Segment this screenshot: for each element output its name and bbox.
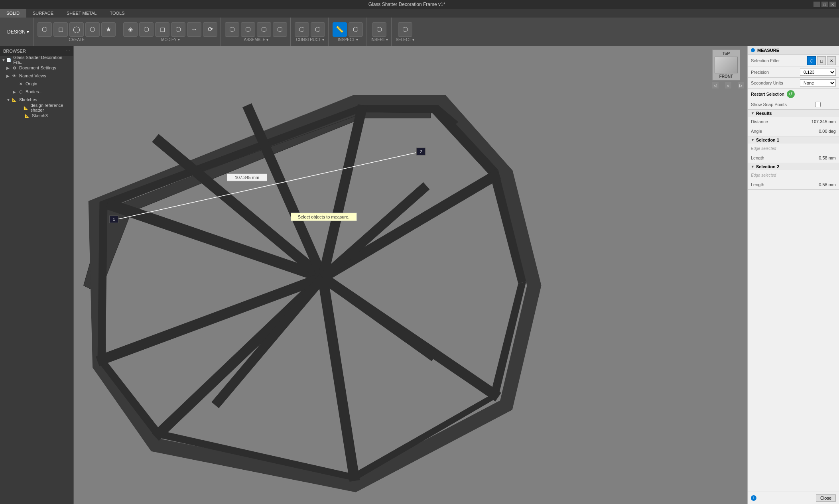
canvas-area[interactable]: 1 2 107.345 mm Select objects to measure… [74, 46, 747, 504]
assemble-label: ASSEMBLE ▾ [244, 37, 268, 42]
assemble-btn2[interactable]: ⬡ [241, 22, 255, 37]
snap-row: Show Snap Points [748, 100, 839, 109]
browser-header: BROWSER ⋯ [0, 46, 73, 56]
show-snap-label: Show Snap Points [751, 102, 787, 107]
filter-edge-btn[interactable]: ✕ [827, 56, 836, 65]
create-cylinder-btn[interactable]: ◻ [53, 22, 68, 37]
top-tabs-bar: SOLID SURFACE SHEET METAL TOOLS [0, 9, 839, 18]
nav-left-btn[interactable]: ◁ [712, 82, 719, 89]
select-label: SELECT ▾ [396, 37, 414, 42]
item-menu-icon[interactable]: ⋯ [68, 58, 72, 62]
tab-tools[interactable]: TOOLS [103, 9, 131, 18]
close-button[interactable]: Close [816, 494, 836, 502]
selection1-section: ▼ Selection 1 Edge selected Length 0.58 … [748, 136, 839, 163]
browser-item-named-views[interactable]: ▶ 👁 Named Views [0, 72, 73, 80]
selection1-collapse-icon: ▼ [751, 138, 754, 142]
browser-item-sketches[interactable]: ▼ 📐 Sketches [0, 96, 73, 104]
restart-row: Restart Selection ↺ [748, 89, 839, 100]
modify-chamfer-btn[interactable]: ◻ [155, 22, 169, 37]
svg-text:Select objects to measure.: Select objects to measure. [298, 215, 350, 219]
modify-label: MODIFY ▾ [161, 37, 179, 42]
insert-btn[interactable]: ⬡ [372, 22, 386, 37]
toolbar: DESIGN ▾ ⬡ ◻ ◯ ⬡ ★ CREATE ◈ ⬡ ◻ ⬡ ↔ ⟳ MO… [0, 18, 839, 46]
browser-item-label: Bodies... [26, 89, 43, 94]
browser-title: BROWSER [3, 49, 26, 53]
nav-right-btn[interactable]: ▷ [738, 82, 744, 89]
measure-panel-header: MEASURE [748, 46, 839, 55]
modify-section: ◈ ⬡ ◻ ⬡ ↔ ⟳ MODIFY ▾ [120, 18, 221, 46]
modify-fillet-btn[interactable]: ⬡ [139, 22, 154, 37]
create-more-btn[interactable]: ★ [101, 22, 116, 37]
browser-item-label: Sketch3 [32, 113, 48, 118]
selection2-header[interactable]: ▼ Selection 2 [748, 163, 839, 170]
select-btn[interactable]: ⬡ [398, 22, 412, 37]
results-header[interactable]: ▼ Results [748, 110, 839, 117]
browser-item-label: Document Settings [19, 65, 56, 70]
svg-text:1: 1 [112, 217, 115, 222]
assemble-btn3[interactable]: ⬡ [257, 22, 271, 37]
assemble-btn4[interactable]: ⬡ [273, 22, 287, 37]
browser-item-label: design reference shatter [30, 103, 72, 112]
view-cube[interactable]: ToP FRONT ◁ ⌂ ▷ [712, 49, 744, 97]
sketch3-icon: 📐 [24, 112, 30, 119]
construct-btn1[interactable]: ⬡ [295, 22, 309, 37]
selection1-edge-row: Edge selected [748, 144, 839, 153]
browser-item-root[interactable]: ▼ 📄 Glass Shatter Decoration Fra... ⋯ [0, 56, 73, 64]
browser-item-design-ref[interactable]: 📐 design reference shatter [0, 104, 73, 112]
view-cube-front[interactable]: FRONT [714, 74, 738, 79]
svg-text:2: 2 [420, 149, 422, 154]
modify-move-btn[interactable]: ↔ [187, 22, 201, 37]
restart-selection-button[interactable]: ↺ [787, 90, 795, 98]
browser-item-doc-settings[interactable]: ▶ ⚙ Document Settings [0, 64, 73, 72]
design-dropdown-label: DESIGN ▾ [7, 29, 29, 35]
nav-home-btn[interactable]: ⌂ [725, 82, 731, 89]
browser-item-origin[interactable]: ✕ Origin [0, 80, 73, 88]
design-dropdown[interactable]: DESIGN ▾ [3, 18, 33, 46]
browser-item-label: Glass Shatter Decoration Fra... [13, 55, 68, 65]
create-label: CREATE [69, 37, 85, 42]
angle-row: Angle 0.00 deg [748, 126, 839, 136]
close-button[interactable]: ✕ [829, 2, 836, 7]
inspect-btn2[interactable]: ⬡ [349, 22, 363, 37]
inspect-measure-btn[interactable]: 📏 [333, 22, 347, 37]
create-box-btn[interactable]: ⬡ [37, 22, 52, 37]
minimize-button[interactable]: — [813, 2, 820, 7]
expand-icon: ▶ [13, 90, 18, 94]
assemble-btn1[interactable]: ⬡ [225, 22, 239, 37]
restart-selection-section: Restart Selection ↺ Show Snap Points [748, 89, 839, 110]
filter-face-btn[interactable]: ◻ [817, 56, 826, 65]
view-cube-top[interactable]: ToP [714, 51, 738, 56]
modify-dropdown-btn[interactable]: ⟳ [203, 22, 217, 37]
angle-label: Angle [751, 129, 762, 134]
sketches-icon: 📐 [11, 96, 18, 103]
create-torus-btn[interactable]: ⬡ [85, 22, 100, 37]
selection2-collapse-icon: ▼ [751, 165, 754, 169]
snap-checkbox[interactable] [800, 102, 836, 107]
construct-btn2[interactable]: ⬡ [311, 22, 325, 37]
tab-surface[interactable]: SURFACE [26, 9, 60, 18]
modify-shell-btn[interactable]: ⬡ [171, 22, 185, 37]
browser-item-sketch3[interactable]: 📐 Sketch3 [0, 112, 73, 120]
selection2-edge-text: Edge selected [751, 173, 776, 177]
create-sphere-btn[interactable]: ◯ [69, 22, 84, 37]
info-icon[interactable]: i [751, 495, 756, 501]
browser-options-icon[interactable]: ⋯ [66, 49, 70, 54]
distance-row: Distance 107.345 mm [748, 117, 839, 126]
selection2-length-value: 0.58 mm [819, 182, 836, 187]
browser-item-bodies[interactable]: ▶ ⬡ Bodies... [0, 88, 73, 96]
construct-label: CONSTRUCT ▾ [296, 37, 324, 42]
tab-solid[interactable]: SOLID [0, 9, 26, 18]
maximize-button[interactable]: □ [821, 2, 828, 7]
browser-item-label: Sketches [19, 97, 37, 102]
tab-sheet-metal[interactable]: SHEET METAL [60, 9, 103, 18]
distance-label: Distance [751, 119, 768, 124]
secondary-units-select[interactable]: None [800, 79, 836, 87]
selection2-edge-row: Edge selected [748, 170, 839, 180]
precision-select[interactable]: 0.123 [800, 69, 836, 76]
filter-body-btn[interactable]: ⬡ [807, 56, 816, 65]
selection1-header[interactable]: ▼ Selection 1 [748, 136, 839, 144]
expand-icon: ▼ [6, 98, 11, 102]
modify-press-pull-btn[interactable]: ◈ [123, 22, 138, 37]
root-icon: 📄 [6, 57, 12, 63]
results-section: ▼ Results Distance 107.345 mm Angle 0.00… [748, 110, 839, 136]
